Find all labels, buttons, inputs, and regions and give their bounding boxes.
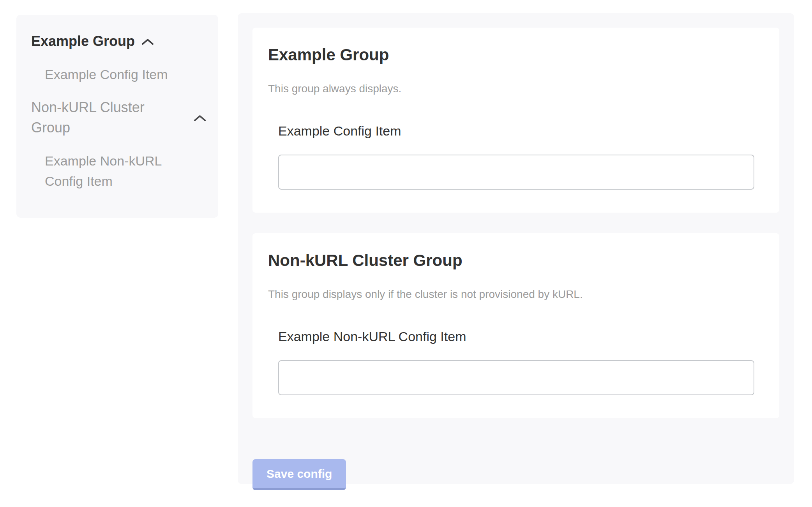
config-group-card-example-group: Example Group This group always displays… bbox=[252, 28, 779, 213]
group-description: This group always displays. bbox=[268, 82, 754, 95]
config-group-card-non-kurl-cluster-group: Non-kURL Cluster Group This group displa… bbox=[252, 233, 779, 418]
nav-group-non-kurl-cluster-group: Non-kURL Cluster Group bbox=[31, 97, 207, 138]
save-config-button[interactable]: Save config bbox=[252, 459, 346, 490]
sidebar-group-non-kurl-cluster-group[interactable]: Non-kURL Cluster Group bbox=[31, 97, 207, 138]
sidebar-group-label: Non-kURL Cluster Group bbox=[31, 97, 187, 138]
group-title: Non-kURL Cluster Group bbox=[268, 250, 754, 271]
sidebar-item-example-config-item[interactable]: Example Config Item bbox=[45, 64, 183, 84]
sidebar-group-label: Example Group bbox=[31, 31, 135, 51]
config-item-label: Example Non-kURL Config Item bbox=[278, 328, 754, 345]
group-description: This group displays only if the cluster … bbox=[268, 288, 754, 301]
sidebar-group-example-group[interactable]: Example Group bbox=[31, 31, 154, 51]
config-item-label: Example Config Item bbox=[278, 123, 754, 139]
config-nav-sidebar: Example Group Example Config Item Non-kU… bbox=[16, 15, 218, 218]
chevron-up-icon[interactable] bbox=[193, 114, 207, 122]
group-title: Example Group bbox=[268, 45, 754, 65]
chevron-up-icon[interactable] bbox=[141, 38, 154, 46]
config-page: Example Group Example Config Item Non-kU… bbox=[0, 0, 812, 484]
sidebar-item-example-non-kurl-config-item[interactable]: Example Non-kURL Config Item bbox=[45, 151, 183, 191]
config-item-input-example-non-kurl-config-item[interactable] bbox=[278, 360, 754, 395]
config-item-example-non-kurl-config-item: Example Non-kURL Config Item bbox=[278, 328, 754, 395]
config-item-example-config-item: Example Config Item bbox=[278, 123, 754, 190]
config-panel: Example Group This group always displays… bbox=[238, 13, 794, 484]
nav-group-example-group: Example Group bbox=[31, 31, 207, 51]
config-item-input-example-config-item[interactable] bbox=[278, 155, 754, 190]
